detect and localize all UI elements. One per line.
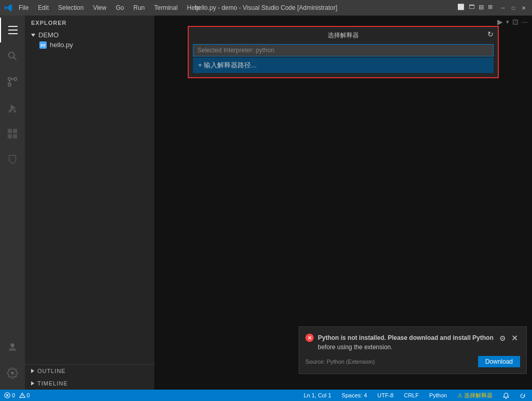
activity-settings[interactable] (0, 361, 25, 385)
vscode-logo-icon (4, 4, 12, 12)
interpreter-option-label: + 输入解释器路径... (198, 61, 257, 70)
status-sync-icon[interactable] (517, 392, 528, 398)
svg-point-11 (10, 343, 14, 347)
folder-name: DEMO (38, 31, 59, 39)
activity-source-control[interactable] (0, 69, 25, 94)
interpreter-refresh-button[interactable]: ↻ (487, 30, 494, 38)
timeline-header[interactable]: TIMELINE (25, 377, 154, 390)
interpreter-enter-path-option[interactable]: + 输入解释器路径... (193, 58, 494, 73)
notification-text: Python is not installed. Please download… (318, 333, 494, 352)
svg-point-2 (8, 83, 11, 87)
notification-content: ✕ Python is not installed. Please downlo… (305, 333, 494, 352)
notification-buttons: Download (478, 356, 520, 367)
title-bar: File Edit Selection View Go Run Terminal… (0, 0, 532, 16)
status-bar: 0 0 Ln 1, Col 1 Spaces: 4 UTF-8 CRLF Pyt… (0, 390, 532, 401)
notification-actions: Source: Python (Extension) Download (305, 356, 520, 367)
svg-point-4 (8, 78, 11, 81)
activity-extensions[interactable] (0, 121, 25, 146)
svg-line-1 (13, 57, 16, 60)
svg-point-5 (9, 110, 11, 112)
activity-account[interactable] (0, 335, 25, 360)
close-button[interactable]: ✕ (520, 4, 528, 12)
svg-point-17 (22, 396, 23, 397)
interpreter-dialog-title: 选择解释器 ↻ (193, 31, 494, 40)
svg-point-3 (14, 78, 17, 81)
activity-explorer[interactable] (0, 18, 25, 42)
menu-run[interactable]: Run (129, 3, 149, 12)
menu-terminal[interactable]: Terminal (150, 3, 181, 12)
minimize-button[interactable]: ─ (499, 4, 507, 12)
svg-rect-7 (8, 129, 12, 133)
interpreter-search-input[interactable] (193, 44, 494, 56)
menu-view[interactable]: View (89, 3, 110, 12)
chevron-right-icon (31, 369, 34, 373)
download-button[interactable]: Download (478, 356, 520, 367)
sidebar-folder-demo[interactable]: DEMO (25, 30, 154, 40)
activity-test[interactable] (0, 147, 25, 172)
activity-bar (0, 16, 25, 390)
svg-point-0 (9, 52, 15, 58)
error-badge[interactable]: 0 (4, 392, 15, 398)
main-layout: EXPLORER DEMO py hello.py OUTLINE TIMELI… (0, 16, 532, 390)
bell-icon (503, 393, 509, 399)
activity-run-debug[interactable] (0, 95, 25, 120)
sidebar-header: EXPLORER (25, 16, 154, 30)
sidebar-file-hello-py[interactable]: py hello.py (25, 40, 154, 50)
status-spaces[interactable]: Spaces: 4 (340, 392, 369, 398)
status-bar-right: Ln 1, Col 1 Spaces: 4 UTF-8 CRLF Python … (302, 392, 528, 399)
svg-rect-10 (13, 134, 17, 138)
menu-bar: File Edit Selection View Go Run Terminal… (15, 3, 204, 12)
notification-close-button[interactable]: ✕ (509, 333, 520, 343)
status-select-interpreter[interactable]: ⚠ 选择解释器 (455, 392, 495, 399)
menu-file[interactable]: File (15, 3, 33, 12)
status-bar-left: 0 0 (4, 392, 30, 398)
sidebar-toggle-icon[interactable]: ▤ (479, 4, 484, 12)
status-notification-icon[interactable] (501, 392, 511, 398)
menu-edit[interactable]: Edit (34, 3, 53, 12)
warning-badge[interactable]: 0 (19, 392, 30, 398)
window-title: hello.py - demo - Visual Studio Code [Ad… (194, 4, 337, 11)
notification-source: Source: Python (Extension) (305, 359, 375, 365)
status-encoding[interactable]: UTF-8 (375, 392, 396, 398)
status-line-col[interactable]: Ln 1, Col 1 (302, 392, 333, 398)
error-icon (4, 392, 10, 398)
sidebar: EXPLORER DEMO py hello.py OUTLINE TIMELI… (25, 16, 155, 390)
grid-icon[interactable]: ⊞ (488, 4, 493, 12)
layout2-icon[interactable]: 🗖 (469, 4, 474, 12)
layout-icon[interactable]: ⬜ (457, 4, 465, 12)
menu-go[interactable]: Go (111, 3, 128, 12)
chevron-down-icon (31, 34, 35, 37)
menu-selection[interactable]: Selection (54, 3, 88, 12)
chevron-right-icon2 (31, 381, 34, 385)
notification-settings-button[interactable]: ⚙ (499, 334, 506, 342)
status-line-ending[interactable]: CRLF (402, 392, 421, 398)
svg-point-12 (11, 371, 14, 375)
warning-icon (19, 392, 25, 398)
file-name: hello.py (50, 41, 73, 49)
python-notification: ✕ Python is not installed. Please downlo… (299, 326, 527, 374)
editor-area: ▶ ▾ ⊡ ··· 选择解释器 ↻ + 输入解释器路径... ✕ (155, 16, 532, 390)
outline-header[interactable]: OUTLINE (25, 365, 154, 377)
outline-section: OUTLINE TIMELINE (25, 364, 154, 390)
svg-rect-9 (8, 134, 12, 138)
python-file-icon: py (39, 41, 47, 49)
status-language[interactable]: Python (427, 392, 449, 398)
sync-icon (520, 393, 526, 399)
svg-rect-8 (13, 129, 17, 133)
error-icon: ✕ (305, 334, 314, 342)
activity-search[interactable] (0, 44, 25, 68)
svg-point-6 (14, 110, 16, 112)
notification-icons: ⚙ ✕ (499, 333, 520, 343)
maximize-button[interactable]: □ (509, 4, 517, 12)
window-controls: ⬜ 🗖 ▤ ⊞ ─ □ ✕ (457, 4, 528, 12)
interpreter-dialog: 选择解释器 ↻ + 输入解释器路径... (188, 26, 499, 78)
